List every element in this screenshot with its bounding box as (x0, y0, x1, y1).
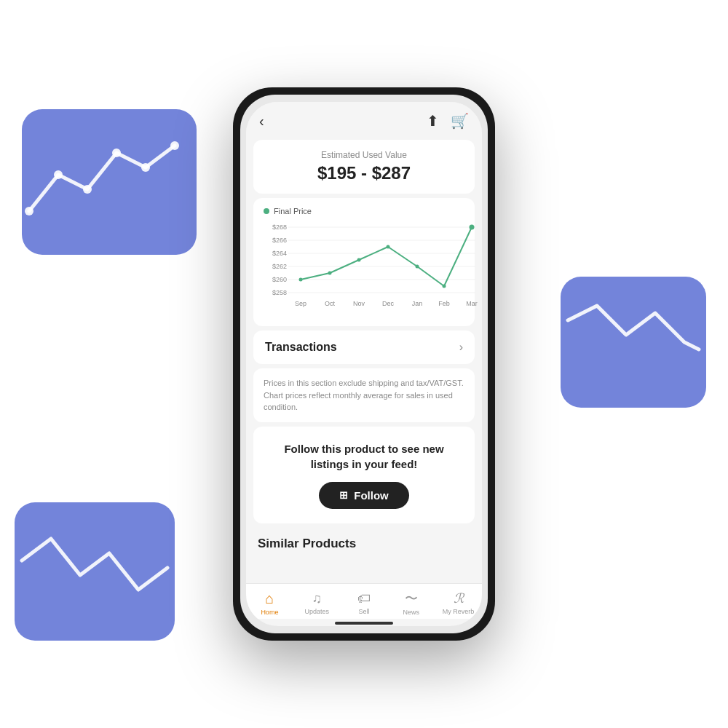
nav-icons: ⬆ 🛒 (427, 112, 469, 130)
transactions-row[interactable]: Transactions › (253, 331, 475, 364)
svg-text:$260: $260 (272, 276, 287, 283)
bg-chart-top-left (22, 109, 197, 255)
phone-shell: ‹ ⬆ 🛒 Estimated Used Value $195 - $287 (233, 87, 495, 641)
svg-text:Feb: Feb (438, 300, 450, 307)
svg-text:Dec: Dec (382, 300, 395, 307)
svg-point-3 (112, 149, 121, 157)
updates-icon: ♫ (312, 591, 322, 606)
back-button[interactable]: ‹ (259, 113, 264, 130)
svg-text:Nov: Nov (353, 300, 365, 307)
svg-point-28 (387, 245, 390, 249)
svg-point-25 (299, 278, 303, 282)
svg-text:$266: $266 (272, 237, 287, 244)
svg-point-31 (470, 225, 475, 230)
news-icon: 〜 (405, 590, 418, 607)
home-icon: ⌂ (265, 590, 274, 607)
svg-point-26 (328, 272, 332, 275)
sell-icon: 🏷 (357, 591, 371, 606)
similar-products-header: Similar Products (246, 528, 482, 555)
svg-point-2 (83, 185, 92, 194)
follow-promo-text: Follow this product to see new listings … (265, 441, 463, 472)
nav-label-home: Home (261, 609, 278, 616)
nav-label-sell: Sell (358, 608, 369, 615)
cart-icon[interactable]: 🛒 (451, 112, 469, 130)
svg-text:Jan: Jan (412, 300, 423, 307)
nav-label-news: News (403, 609, 420, 616)
bg-chart-bottom-left (15, 502, 175, 641)
svg-text:$258: $258 (272, 289, 287, 296)
svg-text:$264: $264 (272, 250, 287, 257)
chart-legend: Final Price (261, 207, 467, 215)
my-reverb-icon: ℛ (454, 590, 464, 606)
svg-point-27 (357, 258, 361, 262)
svg-text:Oct: Oct (325, 300, 336, 307)
disclaimer-card: Prices in this section exclude shipping … (253, 368, 475, 422)
follow-grid-icon: ⊞ (339, 489, 348, 501)
bottom-spacer (246, 555, 482, 584)
nav-item-news[interactable]: 〜 News (392, 590, 430, 616)
scroll-content[interactable]: Estimated Used Value $195 - $287 Final P… (246, 135, 482, 583)
price-line-chart: $268 $266 $264 $262 $260 $258 Sep Oct No… (261, 220, 480, 314)
svg-point-0 (25, 207, 33, 215)
bg-decoration-bottom-left (15, 502, 175, 641)
nav-item-sell[interactable]: 🏷 Sell (345, 591, 383, 615)
svg-text:$262: $262 (272, 263, 287, 270)
transactions-label: Transactions (265, 341, 337, 354)
chevron-right-icon: › (459, 341, 463, 354)
bg-decoration-top-left (22, 109, 197, 255)
top-nav: ‹ ⬆ 🛒 (246, 102, 482, 135)
follow-button-label: Follow (354, 489, 389, 502)
value-label: Estimated Used Value (265, 150, 463, 160)
svg-text:Mar: Mar (466, 300, 478, 307)
phone-inner: ‹ ⬆ 🛒 Estimated Used Value $195 - $287 (240, 95, 488, 633)
legend-dot (264, 208, 269, 214)
legend-label: Final Price (274, 207, 312, 215)
svg-point-1 (54, 170, 63, 179)
bg-decoration-right (561, 277, 706, 408)
svg-point-29 (416, 265, 419, 269)
bg-chart-right (561, 277, 706, 408)
value-price: $195 - $287 (265, 163, 463, 183)
disclaimer-text: Prices in this section exclude shipping … (264, 377, 464, 414)
value-card: Estimated Used Value $195 - $287 (253, 140, 475, 194)
nav-label-my-reverb: My Reverb (443, 608, 475, 615)
home-indicator (335, 622, 393, 625)
nav-label-updates: Updates (304, 608, 329, 615)
svg-text:Sep: Sep (295, 300, 306, 307)
phone-screen: ‹ ⬆ 🛒 Estimated Used Value $195 - $287 (246, 102, 482, 626)
svg-point-30 (443, 285, 446, 288)
bottom-nav: ⌂ Home ♫ Updates 🏷 Sell 〜 News ℛ (246, 583, 482, 619)
svg-text:$268: $268 (272, 223, 287, 231)
similar-products-label: Similar Products (258, 537, 356, 550)
follow-button[interactable]: ⊞ Follow (319, 482, 409, 509)
nav-item-updates[interactable]: ♫ Updates (298, 591, 336, 615)
svg-point-5 (170, 141, 179, 150)
nav-item-my-reverb[interactable]: ℛ My Reverb (440, 590, 478, 615)
follow-section: Follow this product to see new listings … (253, 427, 475, 523)
price-chart-area: Final Price $268 $266 $264 (253, 198, 475, 326)
nav-item-home[interactable]: ⌂ Home (250, 590, 288, 616)
share-icon[interactable]: ⬆ (427, 112, 439, 130)
svg-point-4 (141, 163, 150, 172)
